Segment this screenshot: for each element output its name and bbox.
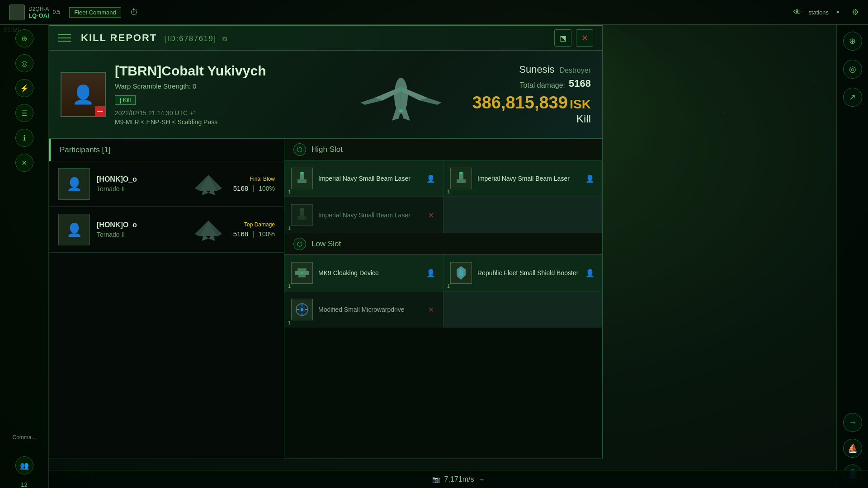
module-status-h3: ✕ (425, 210, 436, 221)
modal-title: KILL REPORT [ID:6787619] ⧉ (81, 32, 228, 44)
left-bottom-label: Comma... (12, 434, 36, 450)
module-item-l2: 1 Republic Fleet Small Shield Booster 👤 (443, 255, 602, 291)
svg-point-9 (813, 81, 814, 82)
left-panel: ⊕ ◎ ⚡ ☰ ℹ ✕ Comma... 👥 12 (0, 25, 49, 488)
nav-icon[interactable]: ◎ (15, 54, 33, 72)
victim-stats: Sunesis Destroyer Total damage: 5168 386… (472, 64, 591, 125)
svg-rect-37 (297, 216, 307, 220)
kill-tag: | Kill (115, 95, 136, 105)
ship-icon-right[interactable]: ⛵ (843, 439, 862, 458)
participant-ship-1: Tornado II (97, 185, 184, 192)
damage-stats-1: 5168 | 100% (233, 184, 275, 192)
svg-point-17 (399, 109, 403, 112)
hud-right: 👁 stations ▼ ⚙ (793, 7, 859, 17)
fleet-label: Fleet Command (69, 7, 121, 18)
participant-avatar-1: 👤 (58, 168, 90, 200)
info-icon[interactable]: ℹ (15, 129, 33, 147)
svg-marker-16 (401, 107, 410, 121)
speed-display: 7,171m/s (444, 475, 474, 483)
module-item-l4 (443, 291, 602, 328)
export-button[interactable]: ⬔ (554, 29, 571, 47)
damage-stats-2: 5168 | 100% (233, 230, 275, 238)
menu-button[interactable] (58, 30, 74, 46)
comm-icon[interactable]: ⚡ (15, 79, 33, 97)
module-name-l1: MK9 Cloaking Device (318, 269, 420, 277)
module-name-l2: Republic Fleet Small Shield Booster (477, 269, 579, 277)
module-count-l2: 1 (447, 283, 450, 289)
dropdown-icon[interactable]: ▼ (835, 9, 840, 15)
module-name-h2: Imperial Navy Small Beam Laser (477, 174, 579, 183)
module-name-l3: Modified Small Microwarpdrive (318, 305, 420, 314)
svg-rect-31 (297, 179, 307, 183)
bottom-bar: 📷 7,171m/s → (49, 470, 868, 488)
module-item-l3: 1 (284, 291, 443, 328)
module-name-h3: Imperial Navy Small Beam Laser (318, 211, 420, 219)
target-icon[interactable]: ◎ (843, 60, 862, 79)
module-count-h3: 1 (288, 225, 291, 231)
nav-right-icon[interactable]: ↗ (843, 88, 862, 107)
fleet-command[interactable]: Fleet Command (69, 7, 121, 18)
svg-point-32 (301, 172, 303, 174)
participant-info-2: [HONK]O_o Tornado II (97, 221, 184, 238)
ship-svg (351, 62, 451, 130)
player-system-id: D2QH-A (28, 6, 49, 12)
participant-info-1: [HONK]O_o Tornado II (97, 175, 184, 192)
player-id-group: D2QH-A LQ-OAI (28, 6, 49, 19)
module-count-h1: 1 (288, 189, 291, 194)
right-panel: ⊕ ◎ ↗ → ⛵ 👤 (836, 25, 868, 488)
copy-icon[interactable]: ⧉ (222, 35, 228, 42)
arrow-right-icon[interactable]: → (478, 476, 485, 483)
svg-marker-15 (392, 107, 401, 121)
module-status-l3: ✕ (425, 304, 436, 315)
map-icon[interactable]: ⊕ (15, 29, 33, 47)
participant-item-2[interactable]: 👤 [HONK]O_o Tornado II (49, 207, 284, 253)
svg-point-45 (301, 308, 303, 311)
module-icon-h3 (291, 204, 313, 226)
victim-avatar: 👤 — (61, 72, 106, 117)
isk-row: 386,815,839 ISK (472, 93, 591, 113)
stations-label[interactable]: stations (808, 9, 829, 16)
close-button[interactable]: ✕ (576, 29, 593, 47)
participant-item[interactable]: 👤 [HONK]O_o Tornado II (49, 161, 284, 207)
participant-avatar-2: 👤 (58, 214, 90, 245)
participant-stats-1: Final Blow 5168 | 100% (233, 176, 275, 192)
module-item-h1: 1 Imperial Navy Small Beam Laser (284, 160, 443, 197)
kill-label: Kill (472, 113, 591, 125)
modules-panel: ⬡ High Slot 1 (284, 139, 602, 460)
clock-icon: ⏱ (130, 8, 138, 17)
module-count-l3: 1 (288, 320, 291, 325)
assets-icon[interactable]: ☰ (15, 104, 33, 122)
player-lq-id: LQ-OAI (28, 12, 49, 19)
svg-point-35 (460, 172, 462, 174)
damage-row: Total damage: 5168 (472, 78, 591, 89)
menu-line-1 (58, 34, 71, 35)
module-status-h1: 👤 (425, 173, 436, 184)
svg-rect-40 (297, 268, 307, 271)
eye-icon: 👁 (793, 8, 802, 17)
module-status-l1: 👤 (425, 267, 436, 278)
module-count-l1: 1 (288, 283, 291, 289)
high-slot-section: ⬡ High Slot 1 (284, 139, 602, 233)
close-left-icon[interactable]: ✕ (15, 154, 33, 172)
low-slot-grid: 1 MK9 Cloaking Device (284, 255, 602, 328)
participant-stats-2: Top Damage 5168 | 100% (233, 221, 275, 238)
module-icon-h2 (450, 168, 472, 189)
filter-icon[interactable]: ⚙ (852, 7, 859, 17)
participants-header: Participants [1] (49, 139, 284, 161)
high-slot-icon: ⬡ (293, 143, 306, 156)
people-icon[interactable]: 👥 (15, 456, 33, 474)
module-item-h4 (443, 197, 602, 233)
victim-badge: — (95, 106, 105, 116)
right-arrow-icon[interactable]: → (843, 413, 862, 432)
menu-line-2 (58, 38, 71, 38)
map-right-icon[interactable]: ⊕ (843, 32, 862, 51)
module-name-h1: Imperial Navy Small Beam Laser (318, 174, 420, 183)
top-damage-label: Top Damage (233, 221, 275, 228)
high-slot-header: ⬡ High Slot (284, 139, 602, 160)
camera-icon[interactable]: 📷 (432, 476, 440, 483)
kill-report-modal: KILL REPORT [ID:6787619] ⧉ ⬔ ✕ 👤 — [TBRN… (49, 25, 603, 459)
high-slot-title: High Slot (311, 145, 343, 154)
ship-class-name: Sunesis Destroyer (472, 64, 591, 75)
top-hud: D2QH-A LQ-OAI 0.5 Fleet Command ⏱ 👁 stat… (0, 0, 868, 25)
title-text: KILL REPORT (81, 32, 157, 43)
